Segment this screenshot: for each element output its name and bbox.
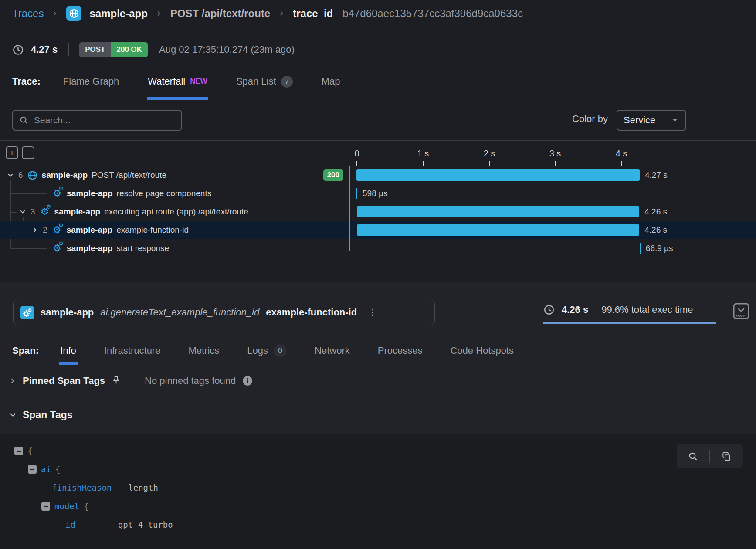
axis-tick-label: 1 s: [417, 149, 429, 159]
gears-icon: ⚙⚙: [51, 225, 63, 235]
span-tags-header[interactable]: Span Tags: [0, 396, 756, 434]
span-detail-panel: sample-app ai.generateText_example_funct…: [0, 282, 756, 549]
span-bar[interactable]: [640, 243, 641, 254]
span-count-badge: 7: [281, 76, 293, 88]
json-value: gpt-4-turbo: [118, 520, 173, 529]
span-bar[interactable]: [356, 188, 357, 199]
collapse-node-icon[interactable]: [14, 447, 23, 455]
span-service: sample-app: [67, 225, 113, 235]
tab-info[interactable]: Info: [59, 336, 78, 365]
tab-map[interactable]: Map: [322, 63, 340, 100]
timeline-cell: 66.9 µs: [349, 239, 756, 258]
search-icon: [688, 451, 698, 461]
pinned-empty-text: No pinned tags found: [145, 375, 236, 386]
json-brace: {: [27, 446, 32, 456]
http-method-badge: POST: [79, 42, 111, 57]
span-card-resource: example-function-id: [266, 307, 357, 318]
chevron-right-icon[interactable]: [31, 226, 39, 234]
span-row-selected[interactable]: 2 ⚙⚙ sample-app example-function-id 4.26…: [0, 221, 756, 239]
trace-start-indicator: [349, 166, 350, 251]
trace-page: Traces sample-app POST /api/text/route t…: [0, 0, 756, 549]
http-status-badge: 200 OK: [111, 42, 148, 57]
kebab-menu-icon[interactable]: [368, 308, 377, 317]
pinned-span-tags-row[interactable]: Pinned Span Tags No pinned tags found: [0, 365, 756, 396]
chevron-down-icon[interactable]: [7, 171, 14, 179]
span-row[interactable]: ⚙⚙ sample-app resolve page components 59…: [0, 184, 756, 203]
tree-expand-controls: + −: [6, 146, 34, 159]
span-row[interactable]: 6 sample-app POST /api/text/route 200 4.…: [0, 166, 756, 184]
chevron-down-icon[interactable]: [19, 208, 27, 216]
json-search-button[interactable]: [677, 444, 709, 468]
tab-span-list[interactable]: Span List 7: [236, 63, 293, 100]
span-duration: 4.26 s: [644, 225, 667, 235]
axis-tick-label: 3 s: [549, 149, 561, 159]
json-copy-button[interactable]: [710, 444, 743, 468]
breadcrumb-traces-link[interactable]: Traces: [12, 7, 44, 20]
span-service: sample-app: [54, 207, 101, 217]
breadcrumb-trace-id-value: b47d60aec135737cc3af396d9ca0633c: [342, 7, 523, 20]
tab-label: Infrastructure: [104, 345, 161, 356]
span-name: resolve page components: [117, 189, 212, 198]
json-leaf-model-id: id gpt-4-turbo: [65, 516, 173, 533]
expand-all-button[interactable]: +: [6, 146, 18, 159]
search-input[interactable]: [34, 115, 175, 125]
tab-processes[interactable]: Processes: [376, 336, 424, 365]
tab-logs[interactable]: Logs 0: [246, 336, 288, 365]
trace-meta-row: 4.27 s POST 200 OK Aug 02 17:35:10.274 (…: [12, 38, 756, 61]
tab-network[interactable]: Network: [313, 336, 351, 365]
json-key: model: [54, 502, 79, 511]
tab-label: Map: [322, 76, 340, 87]
span-bar[interactable]: [357, 206, 639, 217]
tab-infrastructure[interactable]: Infrastructure: [103, 336, 162, 365]
selected-span-card[interactable]: sample-app ai.generateText_example_funct…: [13, 300, 435, 325]
chevron-down-icon[interactable]: [9, 411, 17, 419]
axis-tick-mark: [489, 161, 490, 166]
span-row[interactable]: ⚙⚙ sample-app start response 66.9 µs: [0, 239, 756, 258]
json-brace: {: [55, 464, 60, 474]
span-bar[interactable]: [356, 169, 640, 181]
logs-count-badge: 0: [274, 344, 287, 357]
child-count: 2: [43, 225, 47, 235]
tab-label: Waterfall: [148, 76, 185, 87]
trace-tabs-label: Trace:: [12, 76, 41, 87]
collapse-node-icon[interactable]: [41, 502, 50, 511]
span-bar[interactable]: [357, 224, 639, 236]
axis-tick-label: 4 s: [616, 149, 627, 159]
collapse-panel-icon[interactable]: [733, 303, 749, 319]
json-node-ai: ai {: [28, 461, 60, 478]
clock-icon: [543, 304, 555, 315]
json-key: finishReason: [52, 483, 112, 492]
tab-waterfall[interactable]: Waterfall NEW: [148, 63, 207, 100]
tab-metrics[interactable]: Metrics: [187, 336, 220, 365]
exec-time-percent: 99.6% total exec time: [601, 304, 693, 315]
json-leaf-finish-reason: finishReason length: [52, 479, 158, 496]
collapse-node-icon[interactable]: [28, 465, 37, 474]
chevron-right-icon: [278, 10, 285, 17]
span-tabs-label: Span:: [12, 345, 39, 356]
search-box[interactable]: [12, 110, 182, 131]
info-icon[interactable]: [242, 375, 253, 386]
axis-tick-mark: [423, 161, 424, 166]
chevron-right-icon[interactable]: [9, 377, 17, 385]
color-by-select[interactable]: Service: [617, 110, 686, 131]
tab-flame-graph[interactable]: Flame Graph: [63, 63, 119, 100]
span-row[interactable]: 3 ⚙⚙ sample-app executing api route (app…: [0, 203, 756, 221]
trace-timestamp: Aug 02 17:35:10.274 (23m ago): [159, 44, 295, 55]
span-name: start response: [117, 244, 169, 253]
span-service: sample-app: [67, 244, 113, 253]
waterfall-controls: Color by Service: [0, 100, 756, 140]
child-count: 6: [18, 170, 23, 180]
collapse-all-button[interactable]: −: [22, 146, 34, 159]
tab-label: Metrics: [188, 345, 219, 356]
breadcrumb-service[interactable]: sample-app: [89, 7, 147, 20]
json-node-root: {: [14, 442, 32, 460]
divider: [68, 43, 69, 56]
gears-icon: ⚙⚙: [51, 244, 63, 253]
axis-tick-label: 2 s: [484, 149, 495, 159]
tab-label: Flame Graph: [63, 76, 119, 87]
axis-tick-label: 0: [354, 149, 359, 159]
tab-label: Span List: [236, 76, 276, 87]
tab-code-hotspots[interactable]: Code Hotspots: [449, 336, 515, 365]
gears-icon: ⚙⚙: [51, 189, 63, 198]
breadcrumb-resource[interactable]: POST /api/text/route: [170, 7, 270, 20]
